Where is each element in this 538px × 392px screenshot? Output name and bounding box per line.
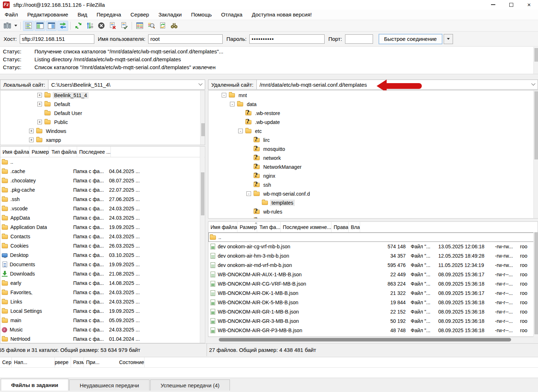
menu-item[interactable]: Файл xyxy=(0,9,23,20)
local-list-scrollbar[interactable] xyxy=(200,147,204,343)
file-row[interactable]: .chocolatey Папка с фа... 08.07.2025 ... xyxy=(0,176,205,185)
tree-item[interactable]: + Public xyxy=(0,118,205,126)
file-row[interactable]: Contacts Папка с фа... 24.03.2025 ... xyxy=(0,232,205,241)
column-header[interactable]: Последнее измене... xyxy=(281,222,332,232)
remote-list-hscrollbar[interactable] xyxy=(208,337,533,342)
column-header[interactable]: Имя файла xyxy=(0,147,29,157)
file-row[interactable]: .vscode Папка с фа... 24.03.2025 ... xyxy=(0,204,205,213)
tree-expand-toggle[interactable]: - xyxy=(230,102,235,106)
tree-item[interactable]: mosquitto xyxy=(208,144,538,153)
local-tree-scrollbar[interactable] xyxy=(200,91,205,145)
column-header[interactable]: Тип файла xyxy=(49,147,77,157)
tree-expand-toggle[interactable]: + xyxy=(37,120,42,124)
tree-item[interactable]: Default User xyxy=(0,109,205,118)
password-input[interactable] xyxy=(249,34,325,44)
file-row[interactable]: Links Папка с фа... 24.03.2025 ... xyxy=(0,297,205,306)
tree-item[interactable]: - etc xyxy=(208,126,538,135)
username-input[interactable] xyxy=(148,34,223,44)
menu-item[interactable]: Редактирование xyxy=(23,9,73,20)
menu-item[interactable]: Вид xyxy=(73,9,92,20)
transfer-queue-body[interactable] xyxy=(0,368,538,378)
file-row[interactable]: dev onokom-air-hm-3-mb-b.json 34 357 Фай… xyxy=(208,251,538,260)
tree-item[interactable]: - data xyxy=(208,100,538,109)
file-row[interactable]: Downloads Папка с фа... 21.08.2025 ... xyxy=(0,269,205,278)
file-row[interactable]: .. xyxy=(208,233,538,242)
maximize-button[interactable] xyxy=(502,0,520,9)
remote-list-hscrollbar-thumb[interactable] xyxy=(219,338,511,341)
column-header[interactable]: Вла xyxy=(349,222,360,232)
cancel-operation-button[interactable] xyxy=(96,21,107,31)
file-row[interactable]: Local Settings Папка с фа... 19.09.2025 … xyxy=(0,306,205,316)
tree-expand-toggle[interactable]: - xyxy=(246,191,251,196)
file-row[interactable]: .pkg-cache Папка с фа... 22.07.2025 ... xyxy=(0,185,205,195)
menu-item[interactable]: Сервер xyxy=(126,9,154,20)
tree-item[interactable]: NetworkManager xyxy=(208,162,538,171)
file-row[interactable]: .cache Папка с фа... 04.04.2025 ... xyxy=(0,167,205,176)
minimize-button[interactable] xyxy=(484,0,502,9)
tree-item[interactable]: .wb-update xyxy=(208,118,538,126)
filename-filters-button[interactable] xyxy=(146,21,156,31)
remote-list-scrollbar[interactable] xyxy=(533,232,538,337)
tree-item[interactable]: + Default xyxy=(0,100,205,109)
tree-item[interactable]: - wb-mqtt-serial.conf.d xyxy=(208,189,538,198)
column-header[interactable]: Размер xyxy=(29,147,49,157)
file-row[interactable]: dev onokom-air-md-vrf-mb-b.json 595 476 … xyxy=(208,260,538,270)
menu-item[interactable]: Передача xyxy=(92,9,126,20)
tree-item[interactable]: + xampp xyxy=(0,135,205,144)
queue-column-header[interactable]: Сервер/Локальны... xyxy=(0,357,12,367)
file-row[interactable]: AppData Папка с фа... 24.03.2025 ... xyxy=(0,213,205,223)
process-queue-button[interactable] xyxy=(84,21,95,31)
tree-expand-toggle[interactable]: + xyxy=(37,102,42,106)
toggle-local-tree-button[interactable] xyxy=(34,21,45,31)
file-row[interactable]: Cookies Папка с фа... 26.03.2025 ... xyxy=(0,241,205,250)
file-row[interactable]: NetHood Папка с фа... 01.04.2024 ... xyxy=(0,334,205,343)
close-button[interactable]: × xyxy=(520,0,538,9)
tree-expand-toggle[interactable]: + xyxy=(37,93,42,97)
tree-item[interactable]: network xyxy=(208,153,538,162)
tree-item[interactable]: ssh xyxy=(208,180,538,189)
tree-item[interactable]: - mnt xyxy=(208,91,538,100)
quickconnect-button[interactable]: Быстрое соединение xyxy=(379,34,442,44)
menu-item[interactable]: Помощь xyxy=(187,9,217,20)
queue-column-header[interactable]: Нап... xyxy=(12,357,55,367)
file-row[interactable]: Application Data Папка с фа... 19.09.202… xyxy=(0,223,205,232)
queue-tab[interactable]: Неудавшиеся передачи xyxy=(69,379,149,391)
remote-tree-scrollbar-thumb[interactable] xyxy=(534,91,538,159)
find-files-button[interactable] xyxy=(169,21,179,31)
file-row[interactable]: .. xyxy=(0,157,205,167)
tree-expand-toggle[interactable]: - xyxy=(238,129,243,133)
tree-item[interactable]: .wb-restore xyxy=(208,109,538,118)
file-row[interactable]: dev onokom-air-cg-vrf-mb-b.json 574 148 … xyxy=(208,242,538,251)
remote-list-scrollbar-thumb[interactable] xyxy=(534,232,538,334)
file-row[interactable]: main Папка с фа... 05.09.2025 ... xyxy=(0,316,205,325)
toggle-transfer-queue-button[interactable] xyxy=(57,21,68,31)
reconnect-button[interactable] xyxy=(119,21,129,31)
file-row[interactable]: WB-ONOKOM-AIR-GR-P3-MB-B.json 48 748 Фай… xyxy=(208,326,538,335)
queue-column-header[interactable]: При... xyxy=(84,357,117,367)
queue-column-header[interactable]: Размер xyxy=(71,357,84,367)
tree-item[interactable]: lirc xyxy=(208,135,538,144)
queue-tab[interactable]: Успешные передачи (4) xyxy=(150,379,230,391)
file-row[interactable]: WB-ONOKOM-AIR-GR-1-MB-B.json 22 152 Файл… xyxy=(208,307,538,316)
menu-item[interactable]: Закладки xyxy=(154,9,187,20)
tree-item[interactable]: templates xyxy=(208,198,538,207)
tree-expand-toggle[interactable]: - xyxy=(222,93,226,97)
tree-item[interactable]: + Windows xyxy=(0,126,205,135)
file-row[interactable]: WB-ONOKOM-AIR-GR-3-MB-B.json 50 192 Файл… xyxy=(208,316,538,326)
disconnect-button[interactable] xyxy=(107,21,118,31)
local-tree-scrollbar-thumb[interactable] xyxy=(201,123,205,136)
file-row[interactable]: Documents Папка с фа... 19.09.2025 ... xyxy=(0,260,205,269)
queue-column-header[interactable]: Файл на сервере xyxy=(55,357,71,367)
file-row[interactable]: WB-ONOKOM-AIR-DK-5-MB-B.json 19 844 Файл… xyxy=(208,298,538,307)
site-manager-button[interactable] xyxy=(2,21,13,31)
log-scrollbar[interactable] xyxy=(533,47,538,74)
local-path-combobox[interactable]: C:\Users\Beelink_511_4\ xyxy=(48,80,205,90)
tree-item[interactable]: nginx xyxy=(208,171,538,180)
tree-item[interactable]: wb-rules xyxy=(208,207,538,216)
queue-column-header[interactable]: Состояние xyxy=(117,357,145,367)
directory-comparison-button[interactable] xyxy=(134,21,145,31)
toggle-message-log-button[interactable] xyxy=(23,21,34,31)
refresh-button[interactable] xyxy=(73,21,84,31)
file-row[interactable]: WB-ONOKOM-AIR-AUX-1-MB-B.json 22 449 Фай… xyxy=(208,270,538,279)
file-row[interactable]: WB-ONOKOM-AIR-CG-VRF-MB-B.json 863 224 Ф… xyxy=(208,279,538,288)
